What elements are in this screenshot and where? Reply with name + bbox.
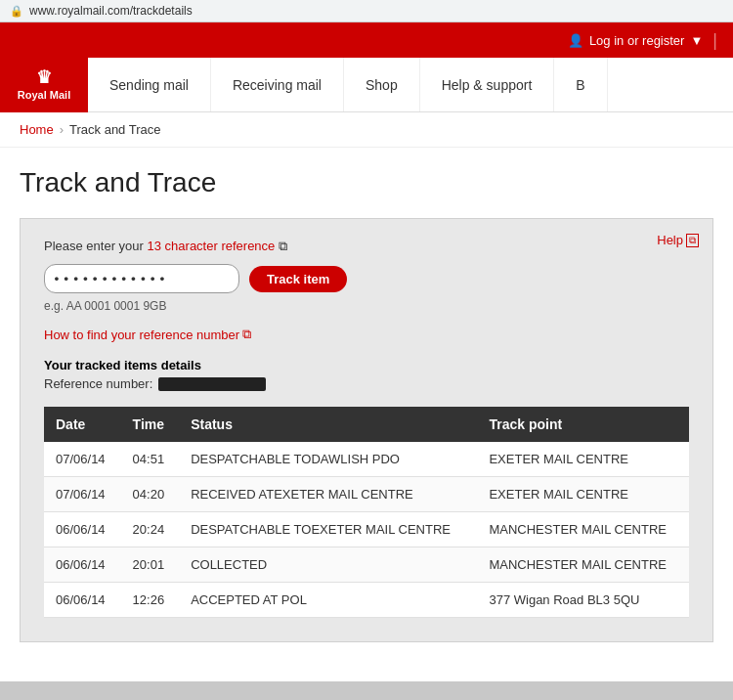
- table-row: 06/06/1420:01COLLECTEDMANCHESTER MAIL CE…: [44, 547, 689, 583]
- login-button[interactable]: 👤 Log in or register ▼: [568, 33, 703, 48]
- help-link[interactable]: Help ⧉: [657, 233, 699, 247]
- table-row: 06/06/1412:26ACCEPTED AT POL377 Wigan Ro…: [44, 583, 689, 618]
- table-header-row: Date Time Status Track point: [44, 407, 689, 442]
- logo[interactable]: ♛ Royal Mail: [0, 58, 88, 112]
- table-row: 06/06/1420:24DESPATCHABLE TOEXETER MAIL …: [44, 512, 689, 547]
- track-panel: Help ⧉ Please enter your 13 character re…: [20, 218, 713, 642]
- tracking-table: Date Time Status Track point 07/06/1404:…: [44, 407, 689, 618]
- logo-text: ♛ Royal Mail: [18, 67, 70, 102]
- breadcrumb-separator: ›: [60, 122, 64, 137]
- cell-status: DESPATCHABLE TOEXETER MAIL CENTRE: [179, 512, 477, 547]
- nav-help-support[interactable]: Help & support: [420, 58, 555, 111]
- top-bar-divider: |: [712, 30, 717, 51]
- cell-status: COLLECTED: [179, 547, 477, 583]
- nav-sending-mail[interactable]: Sending mail: [88, 58, 211, 111]
- col-time: Time: [121, 407, 180, 442]
- cell-status: RECEIVED ATEXETER MAIL CENTRE: [179, 477, 477, 512]
- nav-shop[interactable]: Shop: [344, 58, 420, 111]
- table-header: Date Time Status Track point: [44, 407, 689, 442]
- nav-more[interactable]: B: [554, 58, 607, 111]
- cell-time: 04:51: [121, 442, 180, 477]
- ext-icon-ref: ⧉: [279, 239, 287, 253]
- track-button[interactable]: Track item: [249, 266, 347, 292]
- form-row: Track item: [44, 264, 689, 293]
- external-icon: ⧉: [686, 234, 699, 247]
- table-row: 07/06/1404:20RECEIVED ATEXETER MAIL CENT…: [44, 477, 689, 512]
- nav-items: Sending mail Receiving mail Shop Help & …: [88, 58, 733, 111]
- nav-receiving-mail[interactable]: Receiving mail: [211, 58, 344, 111]
- ext-icon-how: ⧉: [242, 327, 251, 342]
- cell-trackpoint: MANCHESTER MAIL CENTRE: [477, 512, 689, 547]
- logo-line1: Royal Mail: [18, 89, 70, 101]
- ref-number-masked: [158, 377, 266, 391]
- cell-date: 07/06/14: [44, 442, 121, 477]
- col-date: Date: [44, 407, 121, 442]
- user-icon: 👤: [568, 33, 583, 48]
- top-bar: 👤 Log in or register ▼ |: [0, 22, 733, 58]
- crown-icon: ♛: [18, 67, 70, 89]
- ref-link[interactable]: 13 character reference: [148, 239, 276, 253]
- page-title: Track and Trace: [20, 167, 713, 198]
- address-bar: 🔒 www.royalmail.com/trackdetails: [0, 0, 733, 22]
- cell-time: 20:24: [121, 512, 180, 547]
- col-trackpoint: Track point: [477, 407, 689, 442]
- cell-trackpoint: MANCHESTER MAIL CENTRE: [477, 547, 689, 583]
- cell-time: 20:01: [121, 547, 180, 583]
- cell-date: 06/06/14: [44, 547, 121, 583]
- lock-icon: 🔒: [10, 5, 23, 18]
- breadcrumb-home[interactable]: Home: [20, 122, 54, 137]
- cell-date: 06/06/14: [44, 512, 121, 547]
- cell-date: 07/06/14: [44, 477, 121, 512]
- cell-status: DESPATCHABLE TODAWLISH PDO: [179, 442, 477, 477]
- tracking-input[interactable]: [44, 264, 239, 293]
- how-to-find-link[interactable]: How to find your reference number ⧉: [44, 327, 689, 342]
- cell-trackpoint: 377 Wigan Road BL3 5QU: [477, 583, 689, 618]
- form-label: Please enter your 13 character reference…: [44, 239, 689, 254]
- cell-time: 04:20: [121, 477, 180, 512]
- breadcrumb-current: Track and Trace: [69, 122, 160, 137]
- example-text: e.g. AA 0001 0001 9GB: [44, 299, 689, 313]
- tracked-items-label: Your tracked items details: [44, 358, 689, 372]
- main-content: Track and Trace Help ⧉ Please enter your…: [0, 148, 733, 681]
- cell-time: 12:26: [121, 583, 180, 618]
- breadcrumb: Home › Track and Trace: [0, 112, 733, 148]
- col-status: Status: [179, 407, 477, 442]
- cell-date: 06/06/14: [44, 583, 121, 618]
- cell-trackpoint: EXETER MAIL CENTRE: [477, 477, 689, 512]
- nav-bar: ♛ Royal Mail Sending mail Receiving mail…: [0, 58, 733, 112]
- url-text: www.royalmail.com/trackdetails: [29, 4, 193, 18]
- table-row: 07/06/1404:51DESPATCHABLE TODAWLISH PDOE…: [44, 442, 689, 477]
- cell-status: ACCEPTED AT POL: [179, 583, 477, 618]
- cell-trackpoint: EXETER MAIL CENTRE: [477, 442, 689, 477]
- ref-number-row: Reference number:: [44, 376, 689, 391]
- table-body: 07/06/1404:51DESPATCHABLE TODAWLISH PDOE…: [44, 442, 689, 618]
